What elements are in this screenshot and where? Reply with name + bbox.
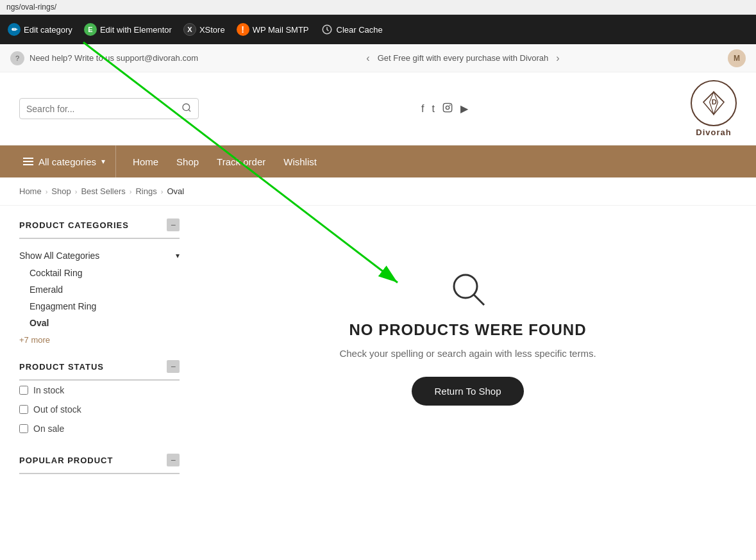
admin-xstore-label: XStore (199, 25, 225, 35)
no-products-search-icon (449, 270, 487, 308)
breadcrumb-sep-3: › (130, 188, 132, 195)
breadcrumb-sep-2: › (75, 188, 78, 195)
product-status-title: PRODUCT STATUS − (19, 360, 180, 381)
no-products-title: NO PRODUCTS WERE FOUND (349, 321, 587, 339)
breadcrumb-home[interactable]: Home (19, 186, 42, 196)
admin-wp-mail-label: WP Mail SMTP (253, 25, 309, 35)
chevron-down-icon: ▾ (101, 157, 105, 166)
breadcrumb-bestsellers[interactable]: Best Sellers (81, 186, 125, 196)
user-avatar[interactable]: M (728, 49, 746, 67)
user-area: M (728, 49, 746, 67)
nav-bar: All categories ▾ Home Shop Track order W… (0, 145, 756, 177)
no-products-area: NO PRODUCTS WERE FOUND Check your spelli… (199, 218, 737, 457)
show-all-label: Show All Categories (19, 251, 99, 261)
main-content: NO PRODUCTS WERE FOUND Check your spelli… (199, 218, 737, 490)
status-title-text: PRODUCT STATUS (19, 362, 104, 372)
svg-point-6 (449, 105, 450, 106)
no-products-subtitle: Check your spelling or search again with… (339, 348, 596, 359)
product-categories-section: PRODUCT CATEGORIES − Show All Categories… (19, 218, 180, 345)
out-of-stock-checkbox[interactable] (19, 405, 28, 414)
nav-shop[interactable]: Shop (176, 156, 199, 167)
out-of-stock-label: Out of stock (33, 404, 81, 415)
status-on-sale[interactable]: On sale (19, 419, 180, 438)
breadcrumb-sep-1: › (46, 188, 48, 195)
admin-clear-cache[interactable]: Clear Cache (321, 23, 383, 36)
breadcrumb-rings[interactable]: Rings (135, 186, 156, 196)
breadcrumb-shop[interactable]: Shop (51, 186, 71, 196)
nav-home[interactable]: Home (133, 156, 158, 167)
all-categories-dropdown[interactable]: All categories ▾ (13, 145, 116, 177)
categories-title-text: PRODUCT CATEGORIES (19, 220, 129, 230)
category-engagment-ring[interactable]: Engagment Ring (19, 298, 180, 315)
in-stock-label: In stock (33, 385, 64, 395)
show-all-chevron-icon: ▾ (176, 251, 180, 260)
main-layout: PRODUCT CATEGORIES − Show All Categories… (0, 206, 756, 502)
wp-mail-icon: ! (237, 23, 249, 36)
help-notice: ? Need help? Write to us support@divorah… (10, 51, 198, 65)
edit-category-icon: ✏ (8, 23, 21, 36)
nav-wishlist[interactable]: Wishlist (283, 156, 317, 167)
social-icons: f t ▶ (421, 103, 468, 115)
status-in-stock[interactable]: In stock (19, 381, 180, 400)
help-text: Need help? Write to us support@divorah.c… (29, 53, 198, 63)
on-sale-label: On sale (33, 424, 64, 434)
return-to-shop-button[interactable]: Return To Shop (412, 377, 525, 406)
admin-clear-cache-label: Clear Cache (337, 25, 383, 35)
notification-bar: ? Need help? Write to us support@divorah… (0, 44, 756, 72)
youtube-icon[interactable]: ▶ (460, 103, 468, 115)
twitter-icon[interactable]: t (432, 103, 435, 115)
popular-product-title: POPULAR PRODUCT − (19, 454, 180, 474)
admin-edit-elementor-label: Edit with Elementor (100, 25, 172, 35)
more-categories[interactable]: +7 more (19, 335, 180, 345)
site-header: f t ▶ D Divorah (0, 72, 756, 145)
categories-collapse-button[interactable]: − (167, 218, 180, 231)
on-sale-checkbox[interactable] (19, 424, 28, 433)
xstore-icon: X (183, 23, 196, 36)
category-oval[interactable]: Oval (19, 315, 180, 331)
nav-links: Home Shop Track order Wishlist (133, 156, 317, 167)
category-emerald[interactable]: Emerald (19, 281, 180, 298)
logo-diamond-icon: D (698, 88, 729, 119)
admin-xstore[interactable]: X XStore (183, 23, 225, 36)
admin-bar: ✏ Edit category E Edit with Elementor X … (0, 15, 756, 44)
admin-edit-elementor[interactable]: E Edit with Elementor (84, 23, 172, 36)
svg-line-9 (474, 295, 484, 305)
nav-track-order[interactable]: Track order (217, 156, 265, 167)
in-stock-checkbox[interactable] (19, 386, 28, 395)
status-list: In stock Out of stock On sale (19, 381, 180, 438)
search-icon (181, 103, 192, 115)
promo-text: Get Free gift with every purchase with D… (378, 53, 549, 63)
instagram-icon[interactable] (442, 103, 453, 115)
popular-collapse-button[interactable]: − (167, 454, 180, 466)
svg-text:D: D (712, 98, 717, 106)
admin-edit-category[interactable]: ✏ Edit category (8, 23, 72, 36)
admin-wp-mail-smtp[interactable]: ! WP Mail SMTP (237, 23, 309, 36)
facebook-icon[interactable]: f (421, 103, 424, 115)
product-categories-title: PRODUCT CATEGORIES − (19, 218, 180, 239)
breadcrumb-sep-4: › (161, 188, 164, 195)
category-cocktail-ring[interactable]: Cocktail Ring (19, 265, 180, 281)
status-out-of-stock[interactable]: Out of stock (19, 400, 180, 419)
search-input[interactable] (26, 104, 178, 114)
url-text: ngs/oval-rings/ (6, 3, 56, 12)
search-container[interactable] (19, 98, 199, 119)
svg-point-8 (454, 275, 477, 298)
all-categories-label: All categories (38, 156, 96, 167)
promo-next-button[interactable]: › (556, 53, 559, 64)
status-collapse-button[interactable]: − (167, 360, 180, 373)
svg-point-3 (183, 104, 190, 111)
admin-edit-category-label: Edit category (24, 25, 72, 35)
show-all-categories[interactable]: Show All Categories ▾ (19, 247, 180, 265)
sidebar: PRODUCT CATEGORIES − Show All Categories… (19, 218, 180, 490)
promo-prev-button[interactable]: ‹ (366, 53, 369, 64)
svg-rect-4 (443, 103, 451, 111)
help-icon: ? (10, 51, 24, 65)
svg-point-5 (446, 106, 449, 109)
url-bar: ngs/oval-rings/ (0, 0, 756, 15)
user-initial: M (734, 54, 740, 63)
logo-circle: D (691, 80, 737, 126)
elementor-icon: E (84, 23, 97, 36)
promo-notice: ‹ Get Free gift with every purchase with… (366, 53, 559, 64)
hamburger-icon (23, 158, 33, 165)
popular-product-section: POPULAR PRODUCT − (19, 454, 180, 474)
